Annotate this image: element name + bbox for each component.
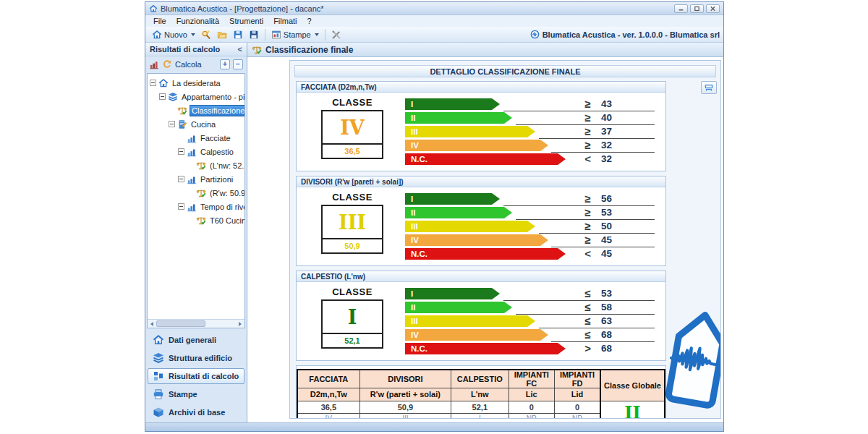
house-icon [152,30,162,40]
toolbar-separator [265,29,265,41]
threshold-value: 50 [601,220,612,233]
page-edit-icon [177,119,187,129]
nuovo-button[interactable]: Nuovo [149,29,198,41]
chevron-down-icon [191,33,195,36]
bar-arrow-tip [492,288,500,299]
wizard-button[interactable] [198,29,214,41]
results-chart-icon[interactable] [149,59,159,69]
class-bar: N.C. [405,248,558,260]
classe-box: III 50,9 [321,205,383,254]
collapse-all-button[interactable]: − [233,59,243,69]
comparison-symbol: ≥ [584,125,590,138]
menu-strumenti[interactable]: Strumenti [224,15,268,27]
blumatica-logo [663,302,721,417]
classe-value: IV [323,111,382,145]
tree-expander-icon[interactable] [178,176,184,182]
maximize-button[interactable] [690,4,704,13]
class-bars-chart: I≥43II≥40III≥37IV≥32N.C.<32 [405,96,660,166]
tree-item-facciate[interactable]: Facciate [148,131,244,145]
stampe-button[interactable]: Stampe [268,29,322,41]
bar-arrow-tip [558,153,566,165]
threshold-value: 56 [601,192,612,205]
class-bar: III [405,315,527,327]
class-bar-row: II≤58 [405,301,660,315]
class-bar: III [405,221,527,232]
calcola-button[interactable]: Calcola [175,60,202,69]
class-bar-row: I≥56 [405,192,660,206]
main-content: Classificazione finale DETTAGLIO CLASSIF… [247,43,723,422]
scroll-left-icon[interactable] [148,320,156,328]
chevron-down-icon [315,33,319,36]
sidebar: Risultati di calcolo < Calcola + − La de… [145,43,247,422]
tree-item-rw[interactable]: (R'w: 50.9) [148,186,244,200]
menu-help[interactable]: ? [302,15,317,27]
class-bar: IV [405,329,540,341]
sidebar-item-struttura-edificio[interactable]: Struttura edificio [148,350,244,366]
tools-button[interactable] [328,29,344,41]
fit-width-button[interactable] [701,81,717,94]
tree-expander-icon[interactable] [178,203,184,210]
bar-arrow-tip [540,329,548,341]
summary-table: FACCIATA DIVISORI CALPESTIO IMPIANTI FC … [297,369,665,419]
save-button[interactable] [230,29,246,41]
page-title: Classificazione finale [265,45,353,55]
scale-check-icon [196,216,206,226]
classe-globale-header: Classe Globale [600,370,665,401]
tree-item-la-desiderata[interactable]: La desiderata [148,76,244,90]
tree-item-partizioni[interactable]: Partizioni [148,172,244,186]
section-title: DIVISORI (R'w [pareti + solai]) [297,176,665,187]
save-all-button[interactable] [246,29,262,41]
threshold-value: 37 [601,125,612,138]
class-bar: IV [405,140,540,151]
window-title: Blumatica Acustica - [Progettazione] - d… [161,4,324,13]
tree-expander-icon[interactable] [150,80,156,86]
threshold-value: 68 [601,328,612,341]
scroll-right-icon[interactable] [236,320,244,328]
collapse-panel-icon[interactable]: < [238,45,242,54]
tree-item-tempo-riverbero[interactable]: Tempo di riverbero [148,200,244,213]
minimize-button[interactable] [674,4,688,13]
expand-all-button[interactable]: + [220,59,230,69]
class-bar-row: I≥43 [405,98,660,111]
house-icon [153,334,164,346]
threshold-value: 45 [601,234,612,247]
menu-funzionalita[interactable]: Funzionalità [171,15,224,27]
refresh-icon[interactable] [162,59,172,69]
tree-item-classificazione-finale[interactable]: Classificazione finale [148,103,244,117]
classe-box: I 52,1 [321,299,383,349]
class-bar: N.C. [405,153,558,165]
tree-item-cucina[interactable]: Cucina [148,117,244,131]
sidebar-item-risultati-di-calcolo[interactable]: Risultati di calcolo [148,368,244,384]
class-bar-row: II≥53 [405,206,660,220]
sidebar-item-stampe[interactable]: Stampe [148,386,244,402]
classe-value: I [323,301,382,334]
sidebar-item-dati-generali[interactable]: Dati generali [148,332,244,348]
save-icon [233,30,243,40]
tree-expander-icon[interactable] [169,121,175,127]
results-tree: La desiderata Appartamento - piano 1 - i… [147,73,245,328]
open-button[interactable] [214,29,230,41]
close-icon [710,6,716,12]
tree-expander-icon[interactable] [178,148,184,155]
house-icon [158,78,169,88]
tree-item-appartamento[interactable]: Appartamento - piano 1 - i [148,90,244,103]
close-button[interactable] [706,4,720,13]
maximize-icon [694,6,700,12]
sidebar-item-archivi-di-base[interactable]: Archivi di base [148,404,244,420]
scale-check-icon [252,45,262,55]
comparison-symbol: ≤ [584,328,590,341]
threshold-value: 53 [601,287,612,300]
tree-expander-icon[interactable] [159,93,166,100]
menu-filmati[interactable]: Filmati [268,15,302,27]
toolbar: Nuovo Stampe Blumatica Acustica - ver. 1… [145,27,723,43]
scrollbar-thumb[interactable] [156,320,205,327]
save-all-icon [249,30,259,40]
tree-item-t60-cucina[interactable]: T60 Cucina [148,213,244,227]
classe-box: IV 36,5 [321,110,383,159]
bar-arrow-tip [558,343,566,354]
comparison-symbol: ≥ [584,206,590,219]
menu-file[interactable]: File [148,15,171,27]
tree-item-calpestio[interactable]: Calpestio [148,145,244,158]
horizontal-scrollbar[interactable] [148,319,244,328]
tree-item-lnw[interactable]: (L'nw: 52.1) [148,158,244,172]
